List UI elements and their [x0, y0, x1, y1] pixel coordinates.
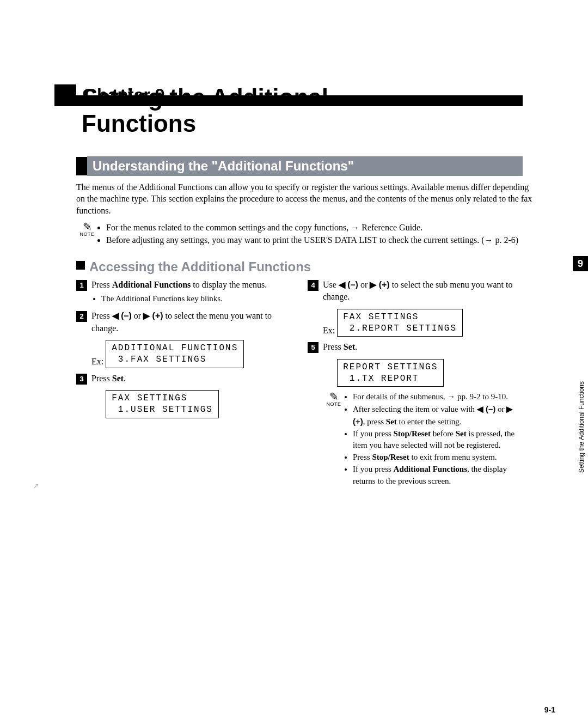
lcd-line1: FAX SETTINGS: [343, 312, 419, 322]
key-name: ▶ (+): [143, 311, 163, 320]
step-text: .: [124, 374, 126, 383]
note-item: After selecting the item or value with ◀…: [353, 403, 523, 428]
step-4: 4 Use ◀ (–) or ▶ (+) to select the sub m…: [308, 279, 523, 303]
section-title: Understanding the "Additional Functions": [87, 156, 523, 176]
lcd-display: REPORT SETTINGS 1.TX REPORT: [337, 359, 444, 387]
chapter-label: Chapter 9: [84, 85, 165, 105]
lcd-line2: 1.TX REPORT: [343, 374, 419, 383]
ghost-arrow-icon: ↗: [33, 482, 39, 491]
note-item: If you press Additional Functions, the d…: [353, 464, 523, 488]
step-text: or: [132, 311, 143, 320]
step-1: 1 Press Additional Functions to display …: [76, 279, 291, 304]
top-note-item: Before adjusting any settings, you may w…: [106, 234, 518, 246]
bottom-note-list: For details of the submenus, → pp. 9-2 t…: [345, 391, 523, 487]
page-number: 9-1: [544, 705, 555, 714]
key-name: Set: [344, 342, 355, 351]
chapter-side-tab: 9: [573, 256, 588, 271]
step-number-icon: 3: [76, 374, 87, 385]
lcd-line2: 3.FAX SETTINGS: [112, 355, 206, 364]
section-tab-icon: [76, 157, 87, 175]
key-name: ◀ (–): [339, 280, 358, 289]
subsection-heading: Accessing the Additional Functions: [76, 259, 555, 275]
step-text: Use: [323, 280, 339, 289]
top-note-item: For the menus related to the common sett…: [106, 221, 518, 234]
note-label: NOTE: [323, 402, 345, 407]
note-label: NOTE: [76, 232, 98, 237]
lcd-example-2: Ex: ADDITIONAL FUNCTIONS 3.FAX SETTINGS: [91, 340, 291, 368]
subsection-title: Accessing the Additional Functions: [89, 259, 311, 274]
note-item: For details of the submenus, → pp. 9-2 t…: [353, 391, 523, 403]
step-5: 5 Press Set.: [308, 341, 523, 353]
lcd-example-4: Ex: FAX SETTINGS 2.REPORT SETTINGS: [323, 309, 523, 337]
example-label: Ex:: [91, 356, 103, 368]
key-name: ▶ (+): [370, 280, 389, 289]
chapter-header: Chapter 9 Setting the Additional Functio…: [54, 84, 523, 137]
lcd-line2: 1.USER SETTINGS: [112, 405, 213, 415]
right-column: 4 Use ◀ (–) or ▶ (+) to select the sub m…: [308, 279, 523, 487]
lcd-display: FAX SETTINGS 2.REPORT SETTINGS: [337, 309, 463, 337]
top-note-list: For the menus related to the common sett…: [98, 221, 518, 246]
pencil-icon: ✎: [323, 391, 345, 402]
note-icon: ✎ NOTE: [76, 221, 98, 246]
step-3: 3 Press Set.: [76, 373, 291, 385]
top-note-block: ✎ NOTE For the menus related to the comm…: [76, 221, 523, 246]
step-number-icon: 5: [308, 342, 318, 353]
key-name: Additional Functions: [112, 280, 191, 289]
lcd-example-5: Ex: REPORT SETTINGS 1.TX REPORT: [323, 359, 523, 387]
key-name: ◀ (–): [112, 311, 132, 320]
lcd-display: ADDITIONAL FUNCTIONS 3.FAX SETTINGS: [106, 340, 244, 368]
step-number-icon: 2: [76, 311, 87, 322]
lcd-line1: ADDITIONAL FUNCTIONS: [112, 343, 238, 353]
step-number-icon: 4: [308, 280, 318, 291]
lcd-line1: REPORT SETTINGS: [343, 362, 438, 372]
chapter-side-label: Setting the Additional Functions: [578, 381, 585, 473]
lcd-example-3: Ex: FAX SETTINGS 1.USER SETTINGS: [91, 390, 291, 418]
example-label: Ex:: [323, 325, 335, 337]
step-text: Press: [323, 342, 344, 351]
section-heading: Understanding the "Additional Functions": [76, 156, 523, 176]
step-number-icon: 1: [76, 280, 87, 291]
square-bullet-icon: [76, 261, 85, 270]
step-text: Press: [91, 280, 112, 289]
note-item: If you press Stop/Reset before Set is pr…: [353, 428, 523, 452]
lcd-display: FAX SETTINGS 1.USER SETTINGS: [106, 390, 219, 418]
pencil-icon: ✎: [76, 221, 98, 232]
note-icon: ✎ NOTE: [323, 391, 345, 487]
left-column: 1 Press Additional Functions to display …: [76, 279, 291, 487]
step-text: to display the menus.: [191, 280, 267, 289]
intro-paragraph: The menus of the Additional Functions ca…: [76, 181, 539, 217]
lcd-line2: 2.REPORT SETTINGS: [343, 324, 457, 333]
step-text: Press: [91, 374, 112, 383]
step-text: Press: [91, 311, 112, 320]
lcd-line1: FAX SETTINGS: [112, 393, 187, 403]
chapter-title-line2: Functions: [82, 110, 196, 137]
step-2: 2 Press ◀ (–) or ▶ (+) to select the men…: [76, 310, 291, 334]
step-bullet: The Additional Functions key blinks.: [101, 293, 291, 304]
step-text: or: [358, 280, 370, 289]
note-item: Press Stop/Reset to exit from menu syste…: [353, 452, 523, 464]
step-text: .: [355, 342, 357, 351]
chapter-square-icon: [54, 84, 76, 106]
key-name: Set: [112, 374, 124, 383]
bottom-note-block: ✎ NOTE For details of the submenus, → pp…: [323, 391, 523, 487]
